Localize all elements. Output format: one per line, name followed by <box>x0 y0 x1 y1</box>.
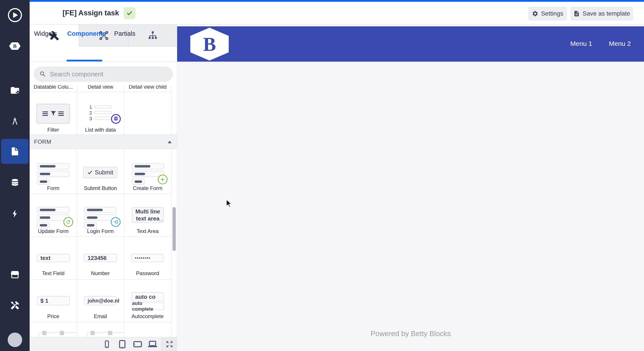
canvas-top-strip <box>177 24 644 26</box>
component-text-area[interactable]: Multi line text area Text Area <box>124 194 171 237</box>
component-list-with-data[interactable]: 1 2 3 List with data <box>77 92 124 134</box>
collapse-caret-icon <box>168 141 172 143</box>
canvas-menu-2[interactable]: Menu 2 <box>606 40 634 47</box>
device-tablet-landscape-button[interactable] <box>132 338 144 351</box>
component-label: Text Field <box>30 270 77 276</box>
tab-component-tree[interactable] <box>128 24 177 46</box>
component-autocomplete[interactable]: auto co auto complete Autocomplete <box>124 279 171 322</box>
slider-handle <box>107 330 113 336</box>
login-icon <box>113 219 118 225</box>
sidebar-item-pages[interactable] <box>1 139 28 164</box>
component-filter[interactable]: Filter <box>30 92 77 134</box>
database-icon <box>113 116 119 122</box>
sidebar-item-home[interactable]: B <box>0 36 30 56</box>
autocomplete-dropdown-preview: auto complete <box>132 303 164 310</box>
mouse-cursor <box>224 199 233 209</box>
laptop-icon <box>148 339 158 349</box>
component-label: Price <box>30 313 77 320</box>
sidebar-item-ai-folder[interactable] <box>0 80 30 100</box>
page-header: [FE] Assign task Settings Save as templa… <box>30 2 644 24</box>
component-label: Update Form <box>30 228 77 234</box>
status-badge <box>124 7 136 19</box>
gear-icon <box>532 10 538 17</box>
sidebar-item-actions[interactable] <box>0 204 30 224</box>
tools-icon <box>10 301 20 310</box>
betty-blocks-logo: B <box>9 42 21 50</box>
tab-components[interactable]: Components <box>67 28 106 39</box>
component-label: Submit Button <box>77 185 124 191</box>
component-password[interactable]: •••••••• Password <box>124 237 171 279</box>
plus-badge <box>158 175 168 184</box>
component-label: Filter <box>30 127 77 133</box>
list-bar <box>94 111 112 114</box>
slider-handle <box>59 330 65 336</box>
search-input[interactable] <box>50 71 164 78</box>
submit-preview: Submit <box>83 167 118 178</box>
document-icon <box>573 10 580 17</box>
search-icon <box>39 71 46 78</box>
powered-by-footer: Powered by Betty Blocks <box>177 330 644 338</box>
component-label[interactable]: Datatable Colu... <box>30 85 77 90</box>
list-numbers: 1 2 3 <box>89 104 92 121</box>
component-label[interactable]: Detail view child <box>124 85 171 90</box>
device-tablet-portrait-button[interactable] <box>116 338 128 351</box>
play-icon <box>8 8 22 22</box>
settings-button[interactable]: Settings <box>528 6 567 21</box>
canvas-app-bar: B Menu 1 Menu 2 <box>177 26 644 62</box>
refresh-icon <box>66 219 71 225</box>
device-fullscreen-button[interactable] <box>161 338 177 351</box>
play-button[interactable] <box>0 5 30 25</box>
tab-widgets[interactable]: Widgets <box>34 28 57 39</box>
component-create-form[interactable]: Create Form <box>124 149 171 194</box>
search-box <box>34 66 173 82</box>
fullscreen-icon <box>166 340 174 348</box>
avatar <box>8 333 22 347</box>
device-desktop-button[interactable] <box>146 338 159 351</box>
component-label: List with data <box>77 127 124 133</box>
page-icon <box>10 147 20 156</box>
sidebar-item-marketplace[interactable] <box>0 265 30 285</box>
component-form[interactable]: Form <box>30 149 77 194</box>
check-icon <box>126 10 133 16</box>
component-slider-clipped[interactable] <box>30 322 77 337</box>
component-email[interactable]: john@doe.nl Email <box>77 279 124 322</box>
section-header-form[interactable]: FORM <box>30 134 177 149</box>
panel-scrollbar[interactable] <box>172 207 176 251</box>
sidebar-item-design[interactable] <box>0 111 30 131</box>
filter-preview <box>36 104 70 123</box>
lines-icon <box>42 111 48 116</box>
component-number[interactable]: 123456 Number <box>77 237 124 279</box>
component-text-field[interactable]: text Text Field <box>30 237 77 279</box>
grid-line <box>171 85 172 337</box>
page-title: [FE] Assign task <box>62 2 119 24</box>
component-label: Autocomplete <box>124 313 171 320</box>
device-mobile-button[interactable] <box>101 338 113 351</box>
save-as-template-button[interactable]: Save as template <box>570 6 633 21</box>
clipped-component-row: Datatable Colu... Detail view Detail vie… <box>30 85 171 92</box>
sidebar-item-tools[interactable] <box>0 296 30 315</box>
slider-handle <box>42 330 47 336</box>
slider-handle <box>90 330 96 336</box>
canvas-menu-1[interactable]: Menu 1 <box>567 40 596 47</box>
app-window: B [FE] Assign task <box>0 0 644 351</box>
component-submit-button[interactable]: Submit Submit Button <box>77 149 124 194</box>
component-slider-clipped[interactable] <box>77 322 124 337</box>
component-label[interactable]: Detail view <box>77 85 124 90</box>
list-bar <box>94 117 112 120</box>
hierarchy-icon <box>148 30 158 40</box>
list-bar <box>94 105 112 108</box>
ai-folder-icon <box>10 85 20 95</box>
page-canvas[interactable]: B Menu 1 Menu 2 Powered by Betty Blocks <box>177 24 644 351</box>
tab-partials[interactable]: Partials <box>114 28 136 39</box>
component-price[interactable]: $ 1 Price <box>30 279 77 322</box>
user-avatar[interactable] <box>0 330 30 350</box>
component-label: Form <box>30 185 77 191</box>
sidebar-item-data-model[interactable] <box>0 173 30 193</box>
component-label: Number <box>77 270 124 276</box>
data-badge <box>111 114 121 124</box>
storefront-icon <box>10 270 20 280</box>
component-label: Password <box>124 270 171 276</box>
component-update-form[interactable]: Update Form <box>30 194 77 237</box>
component-login-form[interactable]: Login Form <box>77 194 124 237</box>
tablet-landscape-icon <box>133 339 142 349</box>
